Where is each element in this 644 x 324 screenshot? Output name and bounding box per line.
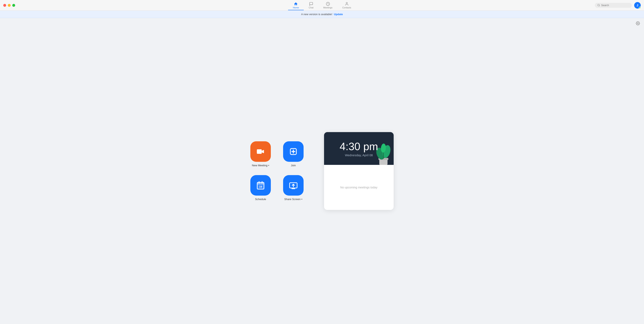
update-button[interactable]: Update xyxy=(334,13,343,16)
clock-header: 4:30 pm Wednesday, April 08 xyxy=(324,132,394,165)
search-icon xyxy=(597,4,600,7)
schedule-item[interactable]: 19 Schedule xyxy=(250,175,271,201)
new-meeting-button[interactable] xyxy=(250,141,271,162)
svg-line-3 xyxy=(599,6,600,6)
share-screen-label: Share Screen ▾ xyxy=(284,198,302,201)
svg-point-2 xyxy=(598,4,600,6)
svg-point-1 xyxy=(346,2,348,4)
tab-chat-label: Chat xyxy=(309,6,314,9)
tab-contacts-label: Contacts xyxy=(342,6,351,9)
share-screen-button[interactable] xyxy=(283,175,304,196)
avatar[interactable]: J xyxy=(634,2,641,9)
tab-chat[interactable]: Chat xyxy=(304,1,318,10)
new-meeting-item[interactable]: New Meeting ▾ xyxy=(250,141,271,167)
tab-home[interactable]: Home xyxy=(288,1,304,10)
home-icon xyxy=(294,2,298,6)
search-box[interactable] xyxy=(595,3,632,8)
clock-body: No upcoming meetings today xyxy=(324,165,394,210)
new-meeting-label: New Meeting ▾ xyxy=(252,164,270,167)
titlebar-right: J xyxy=(595,2,641,9)
share-screen-chevron: ▾ xyxy=(301,198,302,200)
settings-icon[interactable] xyxy=(636,21,640,26)
svg-rect-5 xyxy=(257,149,262,154)
chat-icon xyxy=(309,2,313,6)
svg-point-4 xyxy=(638,23,638,24)
nav-tabs: Home Chat Meetings xyxy=(288,1,356,10)
schedule-button[interactable]: 19 xyxy=(250,175,271,196)
clock-time: 4:30 pm xyxy=(340,140,378,153)
join-item[interactable]: Join xyxy=(283,141,304,167)
join-button[interactable] xyxy=(283,141,304,162)
banner-message: A new version is available! xyxy=(301,13,332,16)
tab-contacts[interactable]: Contacts xyxy=(337,1,356,10)
svg-text:19: 19 xyxy=(259,185,262,188)
clock-card: 4:30 pm Wednesday, April 08 xyxy=(324,132,394,210)
window-controls xyxy=(3,4,15,7)
minimize-button[interactable] xyxy=(8,4,11,7)
new-meeting-chevron: ▾ xyxy=(268,164,269,167)
close-button[interactable] xyxy=(3,4,6,7)
tab-meetings[interactable]: Meetings xyxy=(318,1,337,10)
action-grid: New Meeting ▾ Join xyxy=(250,141,304,201)
schedule-label: Schedule xyxy=(255,198,266,201)
share-screen-item[interactable]: Share Screen ▾ xyxy=(283,175,304,201)
maximize-button[interactable] xyxy=(12,4,15,7)
meetings-icon xyxy=(326,2,330,6)
contacts-icon xyxy=(345,2,349,6)
tab-home-label: Home xyxy=(293,6,299,9)
clock-date: Wednesday, April 08 xyxy=(345,153,373,157)
join-label: Join xyxy=(291,164,296,167)
update-banner: A new version is available! Update xyxy=(0,11,644,18)
avatar-status xyxy=(639,7,641,9)
tab-meetings-label: Meetings xyxy=(323,6,332,9)
search-input[interactable] xyxy=(601,4,629,7)
titlebar: Home Chat Meetings xyxy=(0,0,644,11)
main-content: New Meeting ▾ Join xyxy=(0,18,644,324)
no-meetings-text: No upcoming meetings today xyxy=(340,186,377,189)
svg-rect-10 xyxy=(257,182,264,185)
